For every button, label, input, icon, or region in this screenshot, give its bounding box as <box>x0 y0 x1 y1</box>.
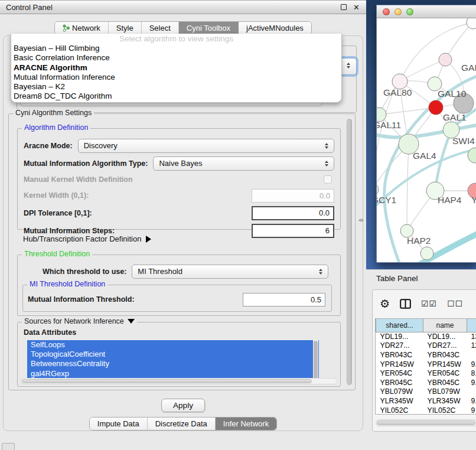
table-horizontal-scrollbar[interactable] <box>376 419 476 426</box>
menu-item[interactable]: Dream8 DC_TDC Algorithm <box>11 92 341 101</box>
tab-style[interactable]: Style <box>109 22 142 34</box>
mi-algorithm-type-combo[interactable]: Naive Bayes <box>153 156 334 171</box>
mi-threshold-definition-title: MI Threshold Definition <box>27 280 107 288</box>
algorithm-dropdown-popup: Select algorithm to view settings Bayesi… <box>11 34 342 103</box>
list-item[interactable]: SelfLoops <box>27 340 319 350</box>
control-panel-titlebar: Control Panel ✕ <box>0 0 366 14</box>
dropdown-prompt: Select algorithm to view settings <box>11 34 341 44</box>
kernel-width-field[interactable]: 0.0 <box>252 189 334 203</box>
aracne-mode-combo[interactable]: Discovery <box>78 139 334 153</box>
manual-kernel-width-checkbox[interactable] <box>324 175 332 184</box>
column-header[interactable]: shared... <box>376 319 423 332</box>
close-window-icon[interactable] <box>383 8 390 15</box>
split-columns-icon[interactable] <box>400 299 411 309</box>
clear-all-checks-icon[interactable]: ☐☐ <box>447 299 463 308</box>
attributes-vertical-scrollbar[interactable] <box>313 340 318 380</box>
threshold-definition-group: Threshold Definition Which threshold to … <box>17 255 341 316</box>
network-window-titlebar[interactable] <box>377 5 476 18</box>
float-panel-icon[interactable] <box>340 4 347 11</box>
menu-item[interactable]: Basic Correlation Inference <box>11 53 341 63</box>
mi-steps-field[interactable]: 6 <box>252 224 334 238</box>
table-row[interactable]: YDR27...YDR27...12 <box>376 341 476 351</box>
menu-item[interactable]: Bayesian – K2 <box>11 82 341 92</box>
close-panel-icon[interactable]: ✕ <box>353 4 360 11</box>
hub-definition-expander[interactable]: Hub/Transcription Factor Definition <box>23 234 151 243</box>
sources-group-title: Sources for Network Inference <box>22 317 137 325</box>
table-row[interactable]: YIL052CYIL052C9 <box>376 406 476 415</box>
table-row[interactable]: YDL19...YDL19...13 <box>376 332 476 341</box>
node-label: GAL10 <box>438 89 467 99</box>
tab-impute-data[interactable]: Impute Data <box>90 418 148 430</box>
mi-threshold-field[interactable]: 0.5 <box>243 293 325 306</box>
gear-icon[interactable]: ⚙ <box>380 297 390 311</box>
node-label: SWI4 <box>452 136 475 146</box>
network-view-window[interactable]: GAL GAL80 GAL10 GAL1 GAL11 SWI4 GAL4 GCY… <box>376 5 476 263</box>
node-label: GAL1 <box>443 112 467 122</box>
tab-infer-network[interactable]: Infer Network <box>216 418 276 430</box>
cyni-algorithm-settings-group: Cyni Algorithm Settings Algorithm Defini… <box>8 113 356 390</box>
attributes-horizontal-scrollbar[interactable] <box>21 378 337 384</box>
sources-group: Sources for Network Inference Data Attri… <box>17 322 341 387</box>
data-attributes-label: Data Attributes <box>24 328 76 337</box>
mi-threshold-label: Mutual Information Threshold: <box>28 295 135 304</box>
select-all-checks-icon[interactable]: ☑☑ <box>421 299 437 308</box>
node-label: HAP2 <box>407 236 431 246</box>
menu-item-selected[interactable]: ARACNE Algorithm <box>11 63 341 73</box>
table-row[interactable]: YER054CYER054C8. <box>376 369 476 378</box>
selected-node <box>429 100 443 115</box>
panel-splitter-handle[interactable] <box>358 217 366 223</box>
tab-network[interactable]: Network <box>55 22 109 34</box>
tab-discretize-data[interactable]: Discretize Data <box>148 418 216 430</box>
settings-group-title: Cyni Algorithm Settings <box>13 109 94 117</box>
combo-stepper-icon <box>321 143 332 149</box>
zoom-window-icon[interactable] <box>406 8 413 15</box>
minimize-window-icon[interactable] <box>395 8 402 15</box>
network-graph: GAL GAL80 GAL10 GAL1 GAL11 SWI4 GAL4 GCY… <box>377 18 476 262</box>
menu-item[interactable]: Bayesian – Hill Climbing <box>11 44 341 53</box>
settings-vertical-scrollbar[interactable] <box>346 118 353 386</box>
kernel-width-label: Kernel Width (0,1): <box>24 191 89 200</box>
list-item[interactable]: TopologicalCoefficient <box>27 350 319 359</box>
dpi-tolerance-label: DPI Tolerance [0,1]: <box>24 209 92 217</box>
network-icon <box>63 24 70 32</box>
data-attributes-list[interactable]: SelfLoops TopologicalCoefficient Between… <box>27 340 319 380</box>
node-label: GAL <box>461 63 476 73</box>
table-panel: ⚙ ☑☑ ☐☐ shared... name YDL19...YDL19...1… <box>372 289 476 432</box>
collapse-arrow-icon[interactable] <box>128 319 135 324</box>
combo-stepper-icon <box>315 269 326 275</box>
combo-stepper-icon <box>321 161 332 167</box>
table-row[interactable]: YBR045CYBR045C9. <box>376 378 476 387</box>
tab-select[interactable]: Select <box>142 22 179 34</box>
which-threshold-combo[interactable]: MI Threshold <box>132 265 328 279</box>
expand-arrow-icon <box>146 236 151 243</box>
table-panel-title: Table Panel <box>376 274 418 283</box>
table-row[interactable]: YBR043CYBR043C <box>376 350 476 360</box>
network-canvas[interactable]: GAL GAL80 GAL10 GAL1 GAL11 SWI4 GAL4 GCY… <box>377 18 476 262</box>
mi-threshold-definition-group: MI Threshold Definition Mutual Informati… <box>22 285 332 312</box>
table-row[interactable]: YBL079WYBL079W <box>376 387 476 397</box>
list-item[interactable]: gal4RGexp <box>27 369 319 379</box>
list-item[interactable]: BetweennessCentrality <box>27 359 319 369</box>
algorithm-definition-title: Algorithm Definition <box>22 123 90 132</box>
table-row[interactable]: YPR145WYPR145W9. <box>376 360 476 369</box>
table-row[interactable]: YLR345WYLR345W9. <box>376 396 476 406</box>
manual-kernel-width-label: Manual Kernel Width Definition <box>24 175 133 184</box>
table-toolbar: ⚙ ☑☑ ☐☐ <box>373 290 476 317</box>
tab-jactivemnodules[interactable]: jActiveMNodules <box>239 22 311 34</box>
menu-item[interactable]: Mutual Information Inference <box>11 73 341 82</box>
aracne-mode-label: Aracne Mode: <box>24 142 73 150</box>
mi-algorithm-type-label: Mutual Information Algorithm Type: <box>24 159 148 168</box>
node-label: GAL4 <box>413 151 436 161</box>
column-header[interactable] <box>467 319 476 332</box>
node-label: GAL80 <box>383 87 412 97</box>
tab-network-label: Network <box>72 22 100 34</box>
dpi-tolerance-field[interactable]: 0.0 <box>252 206 334 220</box>
column-header[interactable]: name <box>423 319 467 332</box>
floating-panel-widget[interactable] <box>2 443 15 450</box>
combo-stepper-icon <box>343 63 354 69</box>
tab-cyni-toolbox[interactable]: Cyni Toolbox <box>179 22 239 34</box>
apply-button[interactable]: Apply <box>161 399 205 412</box>
node-table[interactable]: shared... name YDL19...YDL19...13 YDR27.… <box>375 318 476 415</box>
mi-steps-label: Mutual Information Steps: <box>24 227 115 235</box>
cyni-bottom-tabs: Impute Data Discretize Data Infer Networ… <box>4 417 363 431</box>
